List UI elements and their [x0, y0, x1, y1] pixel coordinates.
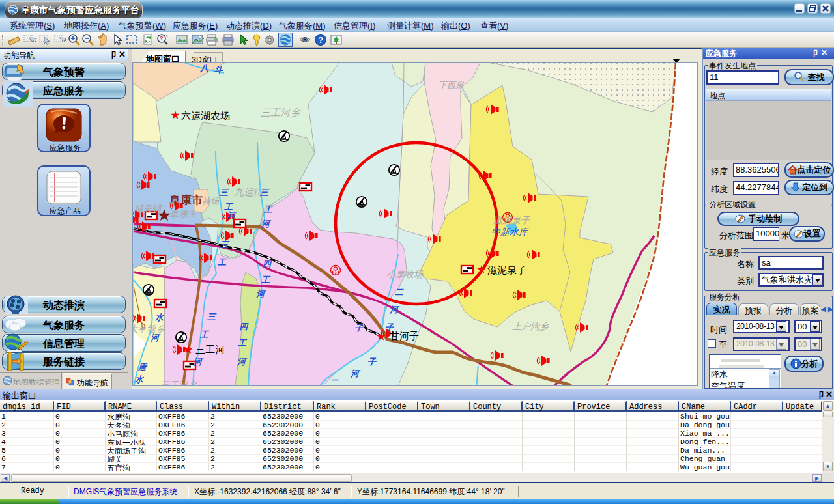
svg-text:?: ? [318, 35, 323, 45]
svg-text:三: 三 [220, 240, 230, 249]
svg-text:阜康市: 阜康市 [169, 209, 198, 219]
svg-text:八: 八 [199, 63, 208, 73]
svg-text:三: 三 [219, 188, 229, 197]
svg-text:二: 二 [329, 378, 339, 385]
svg-text:子: 子 [354, 323, 364, 333]
svg-text:四: 四 [239, 322, 249, 331]
svg-text:小泉牧场: 小泉牧场 [386, 269, 424, 279]
svg-text:工: 工 [237, 338, 248, 348]
svg-text:滋泥泉子: 滋泥泉子 [487, 264, 526, 275]
svg-text:三工河乡: 三工河乡 [160, 380, 197, 385]
svg-text:上户沟乡: 上户沟乡 [512, 321, 549, 331]
svg-text:中新水库: 中新水库 [491, 227, 529, 237]
svg-text:三工河乡: 三工河乡 [261, 107, 300, 118]
svg-text:二: 二 [394, 287, 404, 297]
svg-text:城关镇: 城关镇 [134, 203, 163, 214]
svg-text:工: 工 [261, 275, 271, 285]
svg-text:三: 三 [207, 312, 217, 322]
svg-text:斗: 斗 [214, 65, 223, 75]
svg-text:三: 三 [259, 188, 270, 197]
svg-text:水: 水 [134, 374, 144, 384]
svg-text:唐: 唐 [137, 362, 148, 372]
svg-text:工: 工 [263, 204, 274, 214]
svg-text:神场: 神场 [202, 196, 220, 206]
svg-text:六运湖农场: 六运湖农场 [181, 110, 230, 121]
svg-text:子: 子 [367, 357, 377, 367]
svg-text:阜康市: 阜康市 [169, 193, 203, 206]
svg-text:下西泉: 下西泉 [439, 80, 464, 90]
svg-text:子: 子 [385, 322, 394, 332]
svg-text:水: 水 [154, 313, 164, 322]
svg-text:四: 四 [263, 259, 272, 268]
svg-text:大草塘乡: 大草塘乡 [133, 324, 165, 334]
svg-text:甘河子: 甘河子 [390, 330, 419, 341]
svg-text:三工河: 三工河 [195, 344, 225, 355]
svg-text:工: 工 [199, 329, 210, 339]
svg-text:?: ? [160, 35, 164, 42]
svg-text:滋泥泉子: 滋泥泉子 [493, 215, 530, 225]
svg-text:工: 工 [217, 257, 227, 267]
